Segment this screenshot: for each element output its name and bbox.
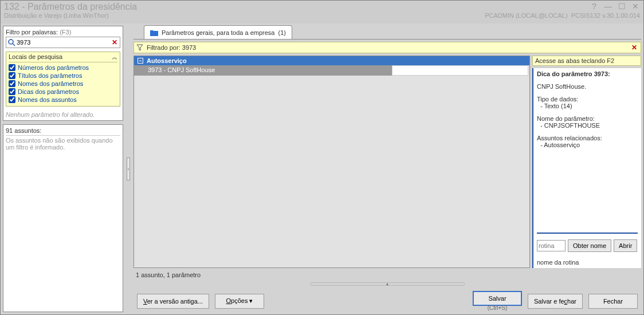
tabbar: Parâmetros gerais, para toda a empresa (… bbox=[133, 26, 641, 40]
clear-search-icon[interactable]: ✕ bbox=[111, 38, 119, 46]
filterbar-label: Filtrado por: 3973 bbox=[147, 44, 196, 51]
subjects-title: 91 assuntos: bbox=[6, 127, 120, 136]
vertical-splitter[interactable]: ‹ bbox=[127, 26, 130, 312]
close-icon[interactable]: ✕ bbox=[631, 2, 640, 11]
collapse-group-icon[interactable]: − bbox=[138, 58, 143, 64]
svg-line-1 bbox=[13, 44, 15, 46]
check-nomes-assuntos[interactable]: Nomes dos assuntos bbox=[9, 96, 117, 104]
check-dicas[interactable]: Dicas dos parâmetros bbox=[9, 88, 117, 96]
tab-parametros-gerais[interactable]: Parâmetros gerais, para toda a empresa (… bbox=[144, 25, 292, 39]
rotina-label: nome da rotina bbox=[537, 258, 638, 266]
table-row[interactable]: 3973 - CNPJ SoftHouse bbox=[134, 65, 529, 76]
titlebar: 132 - Parâmetros da presidência ? — ☐ ✕ … bbox=[1, 1, 643, 23]
svg-point-0 bbox=[9, 40, 13, 44]
rotina-input[interactable] bbox=[537, 240, 566, 251]
clear-filter-icon[interactable]: ✕ bbox=[630, 44, 638, 52]
subjects-panel: 91 assuntos: Os assuntos não são exibido… bbox=[3, 124, 123, 312]
search-icon bbox=[7, 38, 15, 46]
f2-hint: Acesse as abas teclando F2 bbox=[532, 56, 641, 66]
info-tipo: Tipo de dados: - Texto (14) bbox=[537, 96, 638, 109]
parameter-grid[interactable]: − Autosserviço 3973 - CNPJ SoftHouse bbox=[133, 56, 530, 268]
subjects-msg: Os assuntos não são exibidos quando um f… bbox=[6, 137, 120, 151]
options-button[interactable]: Opções ▾ bbox=[215, 294, 264, 309]
search-input[interactable] bbox=[15, 38, 111, 47]
maximize-icon[interactable]: ☐ bbox=[617, 2, 626, 11]
button-bar: Ver a versão antiga... Opções ▾ Salvar (… bbox=[133, 289, 641, 312]
app-window: 132 - Parâmetros da presidência ? — ☐ ✕ … bbox=[0, 0, 644, 315]
info-head: Dica do parâmetro 3973: bbox=[537, 70, 638, 77]
save-close-button[interactable]: Salvar e fechar bbox=[528, 294, 583, 309]
grid-empty-area bbox=[134, 76, 529, 267]
window-title: 132 - Parâmetros da presidência bbox=[4, 2, 590, 12]
minimize-icon[interactable]: — bbox=[603, 2, 612, 11]
help-icon[interactable]: ? bbox=[590, 2, 599, 11]
save-button[interactable]: Salvar bbox=[473, 291, 522, 306]
old-version-button[interactable]: Ver a versão antiga... bbox=[137, 294, 209, 309]
search-input-wrap[interactable]: ✕ bbox=[6, 37, 120, 48]
collapse-icon[interactable]: ︽ bbox=[112, 53, 117, 61]
param-label-cell: 3973 - CNPJ SoftHouse bbox=[134, 65, 392, 76]
grid-group-header[interactable]: − Autosserviço bbox=[134, 56, 529, 65]
param-info-panel: Dica do parâmetro 3973: CNPJ SoftHouse. … bbox=[532, 68, 641, 268]
window-subtitle: Distribuição e Varejo (Linha WinThor) bbox=[4, 12, 109, 19]
filter-panel: Filtro por palavras: (F3) ✕ Locais de pe… bbox=[3, 26, 123, 121]
param-value-cell[interactable] bbox=[392, 65, 528, 76]
funnel-icon bbox=[136, 44, 143, 51]
version-info: PCADMIN (LOCAL@LOCAL) PCSIS132 v.30.1.00… bbox=[485, 12, 640, 19]
filter-label: Filtro por palavras: (F3) bbox=[6, 29, 120, 36]
close-button[interactable]: Fechar bbox=[588, 294, 638, 309]
no-change-note: Nenhum parâmetro foi alterado. bbox=[6, 111, 120, 118]
filter-bar: Filtrado por: 3973 ✕ bbox=[133, 42, 641, 53]
check-numeros[interactable]: Números dos parâmetros bbox=[9, 64, 117, 72]
info-desc: CNPJ SoftHouse. bbox=[537, 83, 638, 90]
info-rel: Assuntos relacionados: - Autosserviço bbox=[537, 135, 638, 148]
abrir-button[interactable]: Abrir bbox=[614, 239, 637, 252]
folder-icon bbox=[150, 29, 158, 36]
search-locations-title: Locais de pesquisa bbox=[9, 53, 62, 61]
save-shortcut: (Ctrl+S) bbox=[488, 305, 508, 311]
horizontal-splitter[interactable]: ▲ bbox=[133, 282, 641, 286]
check-titulos[interactable]: Títulos dos parâmetros bbox=[9, 72, 117, 80]
obter-nome-button[interactable]: Obter nome bbox=[568, 239, 611, 252]
check-nomes-param[interactable]: Nomes dos parâmetros bbox=[9, 80, 117, 88]
status-bar: 1 assunto, 1 parâmetro bbox=[133, 270, 641, 279]
info-nome: Nome do parâmetro: - CNPJSOFTHOUSE bbox=[537, 115, 638, 129]
search-locations-panel: Locais de pesquisa ︽ Números dos parâmet… bbox=[6, 52, 120, 107]
